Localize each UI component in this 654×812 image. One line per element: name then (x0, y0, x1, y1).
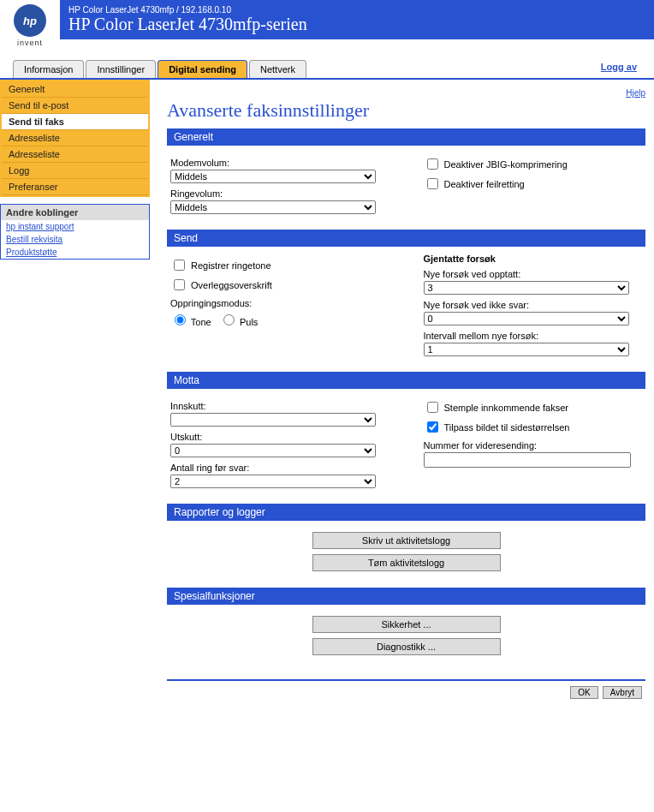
stamp-incoming-checkbox[interactable] (427, 402, 438, 413)
tab-information[interactable]: Informasjon (13, 60, 84, 78)
detect-dialtone-checkbox[interactable] (174, 260, 185, 271)
link-order-supplies[interactable]: Bestill rekvisita (1, 233, 149, 246)
sidebar-item-general[interactable]: Generelt (2, 81, 148, 98)
section-send-bar: Send (167, 230, 645, 247)
sidebar-item-addressbook-2[interactable]: Adresseliste (2, 146, 148, 163)
page-title: Avanserte faksinnstillinger (167, 99, 645, 122)
other-links-box: Andre koblinger hp instant support Besti… (0, 204, 150, 260)
logoff-link[interactable]: Logg av (601, 62, 637, 72)
hp-logo-icon: hp (14, 4, 46, 37)
overlay-header-checkbox[interactable] (174, 279, 185, 290)
tab-network[interactable]: Nettverk (249, 60, 306, 78)
ring-volume-select[interactable]: Middels (170, 200, 376, 214)
print-select[interactable]: 0 (170, 444, 376, 457)
forward-number-label: Nummer for videresending: (424, 440, 643, 451)
section-general-bar: Generelt (167, 128, 645, 146)
sidebar-item-log[interactable]: Logg (2, 163, 148, 179)
clear-activity-log-button[interactable]: Tøm aktivitetslogg (312, 554, 501, 571)
sidebar-item-send-email[interactable]: Send til e-post (2, 98, 148, 114)
link-product-support[interactable]: Produktstøtte (1, 246, 149, 259)
disable-errcorr-label: Deaktiver feilretting (444, 179, 525, 189)
overlay-header-label: Overleggsoverskrift (191, 280, 272, 290)
dial-mode-pulse-radio[interactable] (223, 314, 235, 325)
section-receive-bar: Motta (167, 372, 645, 389)
modem-volume-select[interactable]: Middels (170, 170, 376, 183)
disable-errcorr-checkbox[interactable] (427, 178, 438, 189)
fit-to-page-checkbox[interactable] (427, 421, 438, 433)
hp-invent-text: invent (17, 39, 43, 47)
cancel-button[interactable]: Avbryt (603, 686, 642, 699)
print-label: Utskutt: (170, 432, 389, 442)
forward-number-input[interactable] (424, 452, 631, 468)
dial-mode-tone-radio[interactable] (175, 314, 186, 325)
print-activity-log-button[interactable]: Skriv ut aktivitetslogg (312, 532, 501, 549)
retry-noans-select[interactable]: 0 (424, 312, 629, 325)
divider (167, 679, 645, 681)
modem-volume-label: Modemvolum: (170, 158, 389, 168)
retry-busy-select[interactable]: 3 (424, 281, 629, 295)
detect-dialtone-label: Registrer ringetone (191, 260, 271, 271)
disable-jbig-label: Deaktiver JBIG-komprimering (444, 159, 568, 170)
hp-logo: hp invent (0, 0, 60, 56)
security-button[interactable]: Sikkerhet ... (312, 616, 501, 633)
ok-button[interactable]: OK (570, 686, 598, 699)
retry-interval-label: Intervall mellom nye forsøk: (424, 331, 643, 341)
disable-jbig-checkbox[interactable] (427, 158, 438, 170)
fit-to-page-label: Tilpass bildet til sidestørrelsen (444, 422, 570, 433)
rings-label: Antall ring før svar: (170, 463, 389, 473)
sidebar-item-send-fax[interactable]: Send til faks (2, 114, 148, 130)
section-special-bar: Spesialfunksjoner (167, 588, 645, 605)
other-links-title: Andre koblinger (1, 205, 149, 220)
header: hp invent HP Color LaserJet 4730mfp / 19… (0, 0, 654, 56)
sidebar-nav: Generelt Send til e-post Send til faks A… (0, 80, 150, 197)
insert-select[interactable] (170, 413, 376, 427)
sidebar-item-preferences[interactable]: Preferanser (2, 179, 148, 195)
rings-select[interactable]: 2 (170, 475, 376, 488)
tab-settings[interactable]: Innstillinger (86, 60, 156, 78)
retry-busy-label: Nye forsøk ved opptatt: (424, 269, 643, 279)
main-panel: Hjelp Avanserte faksinnstillinger Genere… (150, 80, 654, 708)
diagnostics-button[interactable]: Diagnostikk ... (312, 638, 501, 655)
sidebar-item-addressbook-1[interactable]: Adresseliste (2, 130, 148, 146)
retry-noans-label: Nye forsøk ved ikke svar: (424, 300, 643, 310)
header-bar: HP Color LaserJet 4730mfp / 192.168.0.10… (60, 0, 654, 39)
sidebar: Generelt Send til e-post Send til faks A… (0, 80, 150, 260)
dial-mode-label: Oppringingsmodus: (170, 298, 389, 308)
retry-interval-select[interactable]: 1 (424, 343, 629, 356)
dial-mode-tone-label: Tone (191, 317, 211, 327)
device-address: HP Color LaserJet 4730mfp / 192.168.0.10 (68, 5, 645, 15)
retry-heading: Gjentatte forsøk (424, 254, 643, 264)
section-reports-bar: Rapporter og logger (167, 504, 645, 521)
tab-bar: Informasjon Innstillinger Digital sendin… (0, 56, 654, 80)
device-title: HP Color LaserJet 4730mfp-serien (68, 15, 645, 34)
stamp-incoming-label: Stemple innkommende fakser (444, 403, 569, 413)
insert-label: Innskutt: (170, 401, 389, 411)
link-instant-support[interactable]: hp instant support (1, 220, 149, 233)
dial-mode-pulse-label: Puls (240, 317, 258, 327)
tab-digital-sending[interactable]: Digital sending (158, 60, 247, 78)
help-link[interactable]: Hjelp (167, 88, 645, 98)
ring-volume-label: Ringevolum: (170, 188, 389, 199)
